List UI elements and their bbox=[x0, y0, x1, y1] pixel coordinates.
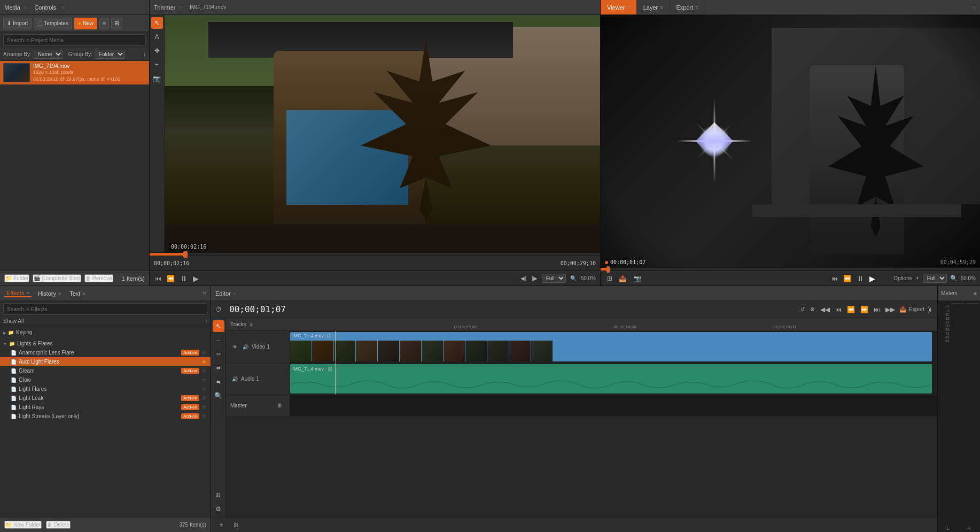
gleam-star[interactable]: ☆ bbox=[201, 368, 206, 374]
media-search-input[interactable] bbox=[3, 34, 146, 46]
effect-glow[interactable]: 📄 Glow ☆ bbox=[0, 375, 211, 384]
sort-icon[interactable]: ↕ bbox=[143, 51, 146, 57]
editor-settings-tool[interactable]: ⚙ bbox=[213, 503, 224, 515]
video-track-eye-btn[interactable]: 👁 bbox=[230, 343, 239, 351]
effects-search-input[interactable] bbox=[3, 303, 207, 315]
editor-next-btn[interactable]: ⏭ bbox=[873, 305, 881, 314]
trimmer-progress-bar-wrap[interactable] bbox=[150, 252, 600, 256]
grid-view-button[interactable]: ⊞ bbox=[111, 18, 122, 29]
editor-razor-tool[interactable]: ✂ bbox=[213, 348, 224, 360]
master-settings-btn[interactable]: ⚙ bbox=[274, 400, 285, 412]
auto-flares-star[interactable]: ★ bbox=[201, 359, 206, 365]
editor-ripple-tool[interactable]: ↔ bbox=[213, 334, 224, 346]
effects-panel-menu[interactable]: ≡ bbox=[203, 290, 206, 297]
anamorphic-star[interactable]: ☆ bbox=[201, 350, 206, 356]
export-label[interactable]: Export bbox=[909, 306, 924, 312]
editor-expand-btn[interactable]: ⟫ bbox=[927, 304, 933, 315]
editor-step-fwd-btn[interactable]: ⏩ bbox=[859, 305, 869, 314]
effect-light-flares[interactable]: 📄 Light Flares ☆ bbox=[0, 384, 211, 394]
viewer-scrub-bar[interactable] bbox=[601, 267, 980, 271]
tab-text[interactable]: Text ≡ bbox=[67, 290, 87, 297]
viewer-prev-btn[interactable]: ⏮ bbox=[830, 274, 839, 283]
editor-link-btn[interactable]: ⛓ bbox=[230, 519, 242, 531]
group-select[interactable]: Folder bbox=[95, 50, 125, 59]
editor-slide-tool[interactable]: ⇆ bbox=[213, 376, 224, 388]
effect-light-leak[interactable]: 📄 Light Leak Add-on ☆ bbox=[0, 394, 211, 403]
ruler-mark-10s: 00;00;10;00 bbox=[614, 325, 636, 329]
light-rays-file-icon: 📄 bbox=[11, 405, 17, 410]
new-button[interactable]: ● New bbox=[74, 18, 97, 29]
editor-prev-frame-btn[interactable]: ⏮ bbox=[834, 305, 843, 314]
media-item[interactable]: IMG_7194.mov 1920 x 1080 pixels 00;00;29… bbox=[0, 61, 149, 84]
effect-light-streaks[interactable]: 📄 Light Streaks [Layer only] Add-on ☆ bbox=[0, 412, 211, 421]
tab-effects[interactable]: Effects ≡ bbox=[4, 290, 32, 297]
zoom-plus-tool[interactable]: + bbox=[151, 59, 163, 71]
select-tool[interactable]: ↖ bbox=[151, 17, 163, 29]
editor-add-btn[interactable]: + bbox=[215, 519, 227, 531]
audio-track-mute-btn[interactable]: 🔊 bbox=[230, 375, 239, 383]
trimmer-pause-btn[interactable]: ⏸ bbox=[179, 273, 189, 284]
editor-select-tool[interactable]: ↖ bbox=[213, 320, 224, 332]
trimmer-prev-btn[interactable]: ⏮ bbox=[154, 274, 162, 283]
meters-menu-icon[interactable]: ≡ bbox=[974, 290, 977, 296]
audio-clip[interactable]: IMG_7...4.mov ⛓ bbox=[290, 364, 932, 394]
effects-count: 375 Item(s) bbox=[179, 522, 206, 528]
viewer-fit-btn[interactable]: ⊞ bbox=[605, 274, 615, 283]
import-button[interactable]: ⬇ Import bbox=[3, 18, 32, 29]
tab-export[interactable]: Export ≡ bbox=[670, 0, 705, 14]
viewer-playhead[interactable] bbox=[606, 266, 610, 273]
glow-star[interactable]: ☆ bbox=[201, 377, 206, 383]
editor-slower-btn[interactable]: ◀◀ bbox=[819, 305, 831, 314]
light-rays-star[interactable]: ☆ bbox=[201, 404, 206, 410]
trimmer-rewind-btn[interactable]: ⏪ bbox=[166, 274, 176, 283]
effect-anamorphic-lens-flare[interactable]: 📄 Anamorphic Lens Flare Add-on ☆ bbox=[0, 348, 211, 357]
list-view-button[interactable]: ≡ bbox=[99, 18, 109, 29]
editor-slip-tool[interactable]: ⇄ bbox=[213, 362, 224, 374]
viewer-play-btn[interactable]: ▶ bbox=[868, 273, 876, 284]
viewer-pause-btn[interactable]: ⏸ bbox=[855, 273, 865, 284]
sort-effects-icon[interactable]: ↕ bbox=[205, 319, 207, 323]
editor-zoom-tool[interactable]: 🔍 bbox=[213, 390, 224, 402]
editor-link-tool[interactable]: ⛓ bbox=[213, 489, 224, 501]
tracks-menu-icon[interactable]: ≡ bbox=[250, 322, 252, 327]
templates-button[interactable]: ⬚ Templates bbox=[34, 18, 72, 29]
light-flares-star[interactable]: ☆ bbox=[201, 386, 206, 392]
effect-light-rays[interactable]: 📄 Light Rays Add-on ☆ bbox=[0, 403, 211, 412]
lights-flares-folder-icon: 📁 bbox=[9, 341, 15, 346]
trimmer-in-btn[interactable]: ◀| bbox=[519, 274, 527, 282]
viewer-quality-select[interactable]: Full bbox=[923, 274, 947, 283]
editor-sync-btn[interactable]: ⚙ bbox=[809, 305, 816, 313]
trimmer-playback: ⏮ ⏪ ⏸ ▶ ◀| |▶ Full 🔍 50.0% bbox=[150, 271, 600, 286]
video-track-speaker-btn[interactable]: 🔊 bbox=[241, 343, 250, 351]
folder-button[interactable]: 📁 Folder bbox=[4, 274, 29, 282]
tab-viewer[interactable]: Viewer ≡ bbox=[601, 0, 637, 14]
new-folder-button[interactable]: 📁 New Folder bbox=[4, 521, 42, 529]
viewer-snapshot-btn[interactable]: 📷 bbox=[631, 274, 643, 283]
light-leak-star[interactable]: ☆ bbox=[201, 395, 206, 401]
trimmer-zoom-btn[interactable]: 🔍 bbox=[569, 274, 578, 282]
crosshair-tool[interactable]: ✥ bbox=[151, 45, 163, 57]
keying-group-header[interactable]: 📁 Keying bbox=[0, 328, 211, 337]
tab-layer[interactable]: Layer ≡ bbox=[637, 0, 670, 14]
delete-button[interactable]: 🗑 Delete bbox=[46, 521, 71, 529]
options-label[interactable]: Options bbox=[893, 275, 912, 281]
light-streaks-star[interactable]: ☆ bbox=[201, 413, 206, 419]
viewer-export-frame-btn[interactable]: 📤 bbox=[617, 274, 629, 283]
tab-history[interactable]: History ≡ bbox=[36, 290, 64, 297]
trimmer-quality-select[interactable]: Full bbox=[542, 274, 566, 283]
arrange-select[interactable]: Name bbox=[34, 50, 63, 59]
editor-loop-btn[interactable]: ↺ bbox=[799, 305, 806, 313]
viewer-step-back-btn[interactable]: ⏪ bbox=[842, 274, 852, 283]
composite-shot-button[interactable]: 🎬 Composite Shot bbox=[33, 274, 81, 282]
trimmer-play-btn[interactable]: ▶ bbox=[192, 273, 200, 284]
camera-tool[interactable]: 📷 bbox=[151, 73, 163, 84]
trimmer-out-btn[interactable]: |▶ bbox=[531, 274, 539, 282]
editor-faster-btn[interactable]: ▶▶ bbox=[884, 305, 896, 314]
editor-step-back-btn[interactable]: ⏪ bbox=[846, 305, 856, 314]
text-tool[interactable]: A bbox=[151, 31, 163, 43]
effect-gleam[interactable]: 📄 Gleam Add-on ☆ bbox=[0, 366, 211, 375]
trimmer-playhead[interactable] bbox=[183, 251, 188, 258]
remove-button[interactable]: 🗑 Remove bbox=[84, 274, 113, 282]
lights-flares-group-header[interactable]: 📁 Lights & Flares bbox=[0, 339, 211, 348]
effect-auto-light-flares[interactable]: 📄 Auto Light Flares ★ bbox=[0, 357, 211, 366]
